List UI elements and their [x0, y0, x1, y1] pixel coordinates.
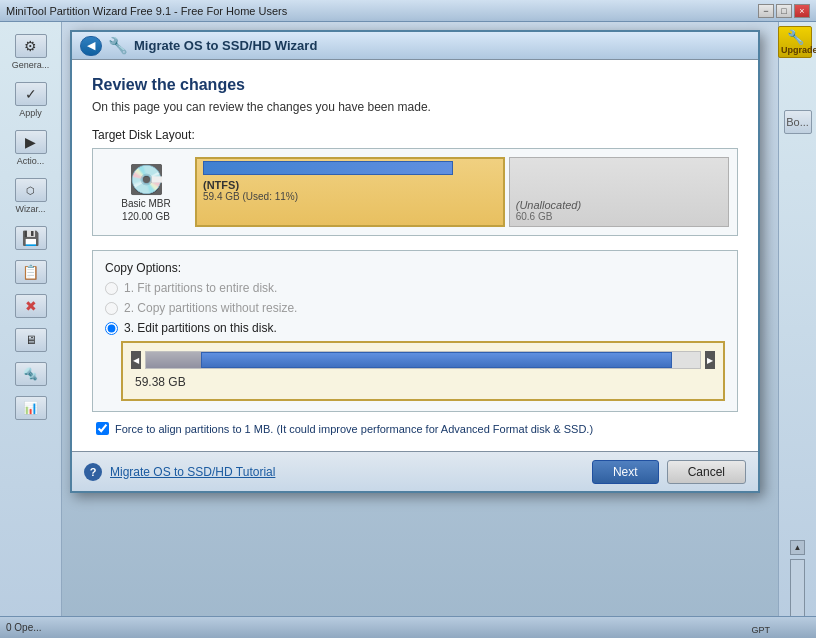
disk-partitions: (NTFS) 59.4 GB (Used: 11%) (Unallocated)… — [195, 157, 729, 227]
right-sidebar: 🔧 Upgrade! Bo... ▲ ▼ — [778, 22, 816, 638]
boot-icon: 🖥 — [15, 328, 47, 352]
target-disk-label: Target Disk Layout: — [92, 128, 738, 142]
extra-icon: 🔩 — [15, 362, 47, 386]
section-title: Review the changes — [92, 76, 738, 94]
sidebar-item-boot[interactable]: 🖥 — [0, 324, 61, 358]
partition-ntfs-label: (NTFS) — [203, 179, 497, 191]
scroll-up-arrow[interactable]: ▲ — [790, 540, 805, 555]
sidebar-item-migrate[interactable]: 💾 — [0, 222, 61, 256]
gpt-label: GPT — [751, 625, 770, 635]
next-button[interactable]: Next — [592, 460, 659, 484]
copy-icon: 📋 — [15, 260, 47, 284]
dialog-body: Review the changes On this page you can … — [72, 60, 758, 451]
tool-bo[interactable]: Bo... — [784, 110, 812, 134]
sidebar-item-apply[interactable]: ✓ Apply — [0, 78, 61, 122]
sidebar-label-wizard: Wizar... — [15, 204, 45, 214]
copy-option-2-radio[interactable] — [105, 302, 118, 315]
bottom-bar: 0 Ope... GPT — [0, 616, 816, 638]
sidebar-item-recover[interactable]: ✖ — [0, 290, 61, 324]
actions-icon: ▶ — [15, 130, 47, 154]
sidebar-label-actions: Actio... — [17, 156, 45, 166]
disk-layout-inner: 💽 Basic MBR 120.00 GB (NTFS) 59.4 GB (Us… — [101, 157, 729, 227]
apply-icon: ✓ — [15, 82, 47, 106]
align-checkbox-row: Force to align partitions to 1 MB. (It c… — [92, 422, 738, 435]
partition-ntfs: (NTFS) 59.4 GB (Used: 11%) — [195, 157, 505, 227]
sidebar-label-general: Genera... — [12, 60, 50, 70]
partition-unalloc-size: 60.6 GB — [516, 211, 722, 222]
sidebar-label-apply: Apply — [19, 108, 42, 118]
copy-option-3-label: 3. Edit partitions on this disk. — [124, 321, 277, 335]
disk-icon: 💽 — [129, 163, 164, 196]
resize-bar-fill-gray — [146, 352, 201, 368]
partition-unalloc-label: (Unallocated) — [516, 199, 722, 211]
recover-icon: ✖ — [15, 294, 47, 318]
sidebar-item-wizard[interactable]: ⬡ Wizar... — [0, 174, 61, 218]
copy-option-1: 1. Fit partitions to entire disk. — [105, 281, 725, 295]
resize-bar-container: ◀ ▶ — [131, 351, 715, 369]
extra2-icon: 📊 — [15, 396, 47, 420]
align-checkbox[interactable] — [96, 422, 109, 435]
upgrade-icon: 🔧 — [781, 29, 809, 45]
copy-option-3: 3. Edit partitions on this disk. — [105, 321, 725, 335]
back-button[interactable]: ◀ — [80, 36, 102, 56]
close-button[interactable]: × — [794, 4, 810, 18]
align-checkbox-label: Force to align partitions to 1 MB. (It c… — [115, 423, 593, 435]
dialog-footer: ? Migrate OS to SSD/HD Tutorial Next Can… — [72, 451, 758, 491]
dialog-title-bar: ◀ 🔧 Migrate OS to SSD/HD Wizard — [72, 32, 758, 60]
copy-option-1-label: 1. Fit partitions to entire disk. — [124, 281, 277, 295]
disk-layout-box: 💽 Basic MBR 120.00 GB (NTFS) 59.4 GB (Us… — [92, 148, 738, 236]
wizard-icon: ⬡ — [15, 178, 47, 202]
upgrade-box[interactable]: 🔧 Upgrade! — [778, 26, 812, 58]
migrate-icon: 💾 — [15, 226, 47, 250]
disk-type: Basic MBR — [121, 198, 170, 209]
disk-size: 120.00 GB — [122, 211, 170, 222]
sidebar-item-copy[interactable]: 📋 — [0, 256, 61, 290]
bottom-bar-text: 0 Ope... — [6, 622, 42, 633]
resize-bar-track — [145, 351, 701, 369]
sidebar-item-general[interactable]: ⚙ Genera... — [0, 30, 61, 74]
main-content: ◀ 🔧 Migrate OS to SSD/HD Wizard Review t… — [62, 22, 778, 602]
copy-option-2: 2. Copy partitions without resize. — [105, 301, 725, 315]
window-controls: − □ × — [758, 4, 810, 18]
cancel-button[interactable]: Cancel — [667, 460, 746, 484]
resize-bar-fill — [201, 352, 672, 368]
copy-option-3-radio[interactable] — [105, 322, 118, 335]
dialog-icon: 🔧 — [108, 36, 128, 55]
window-title-bar: MiniTool Partition Wizard Free 9.1 - Fre… — [0, 0, 816, 22]
copy-options-box: Copy Options: 1. Fit partitions to entir… — [92, 250, 738, 412]
help-icon[interactable]: ? — [84, 463, 102, 481]
resize-size-label: 59.38 GB — [131, 373, 715, 391]
sidebar: ⚙ Genera... ✓ Apply ▶ Actio... ⬡ Wizar..… — [0, 22, 62, 638]
copy-option-2-label: 2. Copy partitions without resize. — [124, 301, 297, 315]
dialog-migrate-wizard: ◀ 🔧 Migrate OS to SSD/HD Wizard Review t… — [70, 30, 760, 493]
section-desc: On this page you can review the changes … — [92, 100, 738, 114]
upgrade-label: Upgrade! — [781, 45, 809, 55]
resize-handle-right[interactable]: ▶ — [705, 351, 715, 369]
copy-option-1-radio[interactable] — [105, 282, 118, 295]
help-link[interactable]: Migrate OS to SSD/HD Tutorial — [110, 465, 275, 479]
sidebar-item-actions[interactable]: ▶ Actio... — [0, 126, 61, 170]
general-icon: ⚙ — [15, 34, 47, 58]
resize-area: ◀ ▶ 59.38 GB — [121, 341, 725, 401]
sidebar-item-extra2[interactable]: 📊 — [0, 392, 61, 426]
resize-handle-left[interactable]: ◀ — [131, 351, 141, 369]
partition-ntfs-size: 59.4 GB (Used: 11%) — [203, 191, 497, 202]
minimize-button[interactable]: − — [758, 4, 774, 18]
dialog-title: Migrate OS to SSD/HD Wizard — [134, 38, 317, 53]
copy-options-label: Copy Options: — [105, 261, 725, 275]
window-title: MiniTool Partition Wizard Free 9.1 - Fre… — [6, 5, 758, 17]
maximize-button[interactable]: □ — [776, 4, 792, 18]
app-background: ⚙ Genera... ✓ Apply ▶ Actio... ⬡ Wizar..… — [0, 22, 816, 638]
disk-icon-area: 💽 Basic MBR 120.00 GB — [101, 157, 191, 227]
sidebar-item-extra[interactable]: 🔩 — [0, 358, 61, 392]
partition-bar — [203, 161, 453, 175]
partition-unalloc: (Unallocated) 60.6 GB — [509, 157, 729, 227]
